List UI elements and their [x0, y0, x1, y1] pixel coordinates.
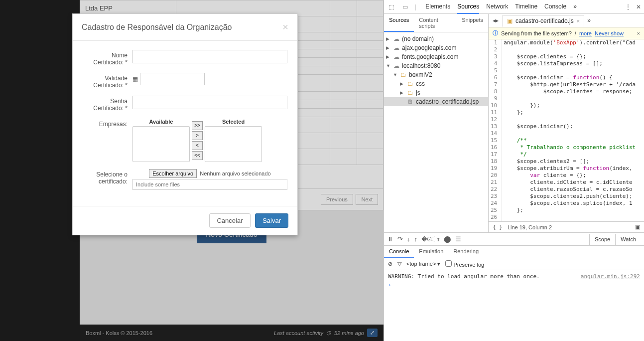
- cadastro-modal: Cadastro de Responsável da Organização ×…: [72, 13, 298, 235]
- nome-certificado-input[interactable]: [132, 50, 287, 63]
- deactivate-breakpoints-icon[interactable]: �ொ: [421, 235, 440, 243]
- cloud-icon: ☁: [393, 35, 400, 42]
- more-tabs-icon[interactable]: »: [587, 17, 591, 24]
- tab-sources[interactable]: Sources: [457, 0, 479, 14]
- cancel-button[interactable]: Cancelar: [209, 213, 250, 228]
- console-source-link[interactable]: angular.min.js:292: [581, 273, 640, 280]
- available-header: Available: [149, 119, 173, 126]
- selected-list[interactable]: [205, 126, 262, 162]
- subtab-sources[interactable]: Sources: [384, 14, 414, 32]
- js-file-icon: ▣: [507, 17, 513, 24]
- tree-node[interactable]: ▶🗀js: [384, 88, 488, 97]
- tree-node-selected[interactable]: 🗎cadastro_certificado.jsp: [384, 97, 488, 106]
- rendering-tab[interactable]: Rendering: [448, 246, 484, 258]
- tree-node[interactable]: ▼☁localhost:8080: [384, 61, 488, 70]
- editor-file-tab[interactable]: ▣ cadastro-certificado.js ×: [503, 15, 584, 27]
- move-right-button[interactable]: >: [192, 131, 203, 140]
- cloud-icon: ☁: [393, 44, 400, 51]
- empresas-label: Empresas:: [83, 119, 132, 128]
- senha-certificado-input[interactable]: [132, 96, 287, 109]
- validade-certificado-label: Validade Certificado: *: [83, 73, 132, 89]
- format-icon[interactable]: { }: [493, 224, 503, 230]
- modal-title: Cadastro de Responsável da Organização: [82, 23, 232, 32]
- file-status: Nenhum arquivo selecionado: [200, 170, 270, 176]
- move-left-button[interactable]: <: [192, 141, 203, 150]
- info-bar: ⓘ Serving from the file system? / more N…: [489, 27, 644, 39]
- filter-icon[interactable]: ▽: [397, 261, 401, 267]
- tree-node[interactable]: ▶☁ajax.googleapis.com: [384, 43, 488, 52]
- pause-icon[interactable]: ⏸: [387, 235, 393, 243]
- console-tab[interactable]: Console: [384, 246, 414, 258]
- subtab-snippets[interactable]: Snippets: [457, 14, 488, 32]
- clear-console-icon[interactable]: ⊘: [388, 261, 392, 267]
- more-link[interactable]: more: [579, 30, 592, 36]
- tree-node[interactable]: ▶☁(no domain): [384, 34, 488, 43]
- close-infobar-icon[interactable]: ×: [637, 30, 640, 36]
- kebab-icon[interactable]: ⋮: [625, 3, 631, 10]
- app-window: Ltda EPP Linha A Teste14156694000165 A T…: [0, 0, 384, 341]
- inspect-icon[interactable]: ⬚: [387, 3, 395, 11]
- watch-tab[interactable]: Watch: [615, 234, 641, 245]
- tab-network[interactable]: Network: [486, 0, 508, 14]
- preserve-log-checkbox[interactable]: Preserve log: [445, 260, 484, 268]
- cloud-icon: ☁: [393, 62, 400, 69]
- nav-back-icon[interactable]: ◂▸: [492, 16, 500, 24]
- folder-icon: 🗀: [407, 89, 414, 96]
- close-tab-icon[interactable]: ×: [577, 18, 580, 24]
- cloud-icon: ☁: [393, 53, 400, 60]
- pause-exceptions-icon[interactable]: ⬤: [444, 235, 451, 243]
- file-tree: ▶☁(no domain) ▶☁ajax.googleapis.com ▶☁fo…: [384, 32, 488, 232]
- tree-node[interactable]: ▶☁fonts.googleapis.com: [384, 52, 488, 61]
- devtools-toolbar: ⬚ ▭ | Elements Sources Network Timeline …: [384, 0, 644, 14]
- devtools-panel: ⬚ ▭ | Elements Sources Network Timeline …: [384, 0, 644, 341]
- selected-header: Selected: [222, 119, 245, 126]
- console-prompt-icon: ›: [388, 282, 391, 288]
- step-into-icon[interactable]: ↓: [407, 235, 410, 243]
- async-icon[interactable]: ☰: [455, 235, 461, 243]
- selecione-certificado-label: Selecione o certificado:: [83, 169, 132, 185]
- device-icon[interactable]: ▭: [401, 3, 409, 11]
- step-out-icon[interactable]: ↑: [414, 235, 418, 243]
- move-all-left-button[interactable]: <<: [192, 151, 203, 160]
- tab-more-icon[interactable]: »: [573, 0, 577, 14]
- nome-certificado-label: Nome Certificado: *: [83, 50, 132, 66]
- tab-console[interactable]: Console: [544, 0, 566, 14]
- scope-tab[interactable]: Scope: [589, 234, 615, 245]
- tree-node[interactable]: ▼🗀boxmlV2: [384, 70, 488, 79]
- file-path-input[interactable]: [132, 179, 287, 190]
- sidebar-toggle-icon[interactable]: ▣: [635, 224, 640, 230]
- validade-certificado-input[interactable]: [140, 73, 205, 85]
- never-show-link[interactable]: Never show: [595, 30, 624, 36]
- emulation-tab[interactable]: Emulation: [414, 246, 448, 258]
- close-icon[interactable]: ×: [282, 21, 288, 33]
- save-button[interactable]: Salvar: [255, 213, 288, 228]
- close-devtools-icon[interactable]: ✕: [636, 3, 641, 10]
- folder-icon: 🗀: [400, 71, 407, 78]
- subtab-content-scripts[interactable]: Content scripts: [414, 14, 457, 32]
- file-icon: 🗎: [407, 98, 414, 105]
- cursor-position: Line 19, Column 2: [508, 224, 552, 230]
- tab-elements[interactable]: Elements: [425, 0, 450, 14]
- folder-icon: 🗀: [407, 80, 414, 87]
- frame-selector[interactable]: <top frame> ▾: [406, 261, 440, 267]
- senha-certificado-label: Senha Certificado: *: [83, 96, 132, 112]
- code-editor[interactable]: 1234567891011121314151617181920212223242…: [489, 39, 644, 221]
- info-icon: ⓘ: [493, 29, 498, 37]
- move-all-right-button[interactable]: >>: [192, 121, 203, 130]
- console-message: WARNING: Tried to load angular more than…: [388, 273, 540, 280]
- calendar-icon[interactable]: ▦: [132, 76, 138, 83]
- tab-timeline[interactable]: Timeline: [515, 0, 537, 14]
- available-list[interactable]: [132, 126, 190, 162]
- step-over-icon[interactable]: ↷: [397, 235, 403, 243]
- tree-node[interactable]: ▶🗀css: [384, 79, 488, 88]
- choose-file-button[interactable]: Escolher arquivo: [149, 169, 197, 178]
- console-output[interactable]: WARNING: Tried to load angular more than…: [384, 270, 644, 341]
